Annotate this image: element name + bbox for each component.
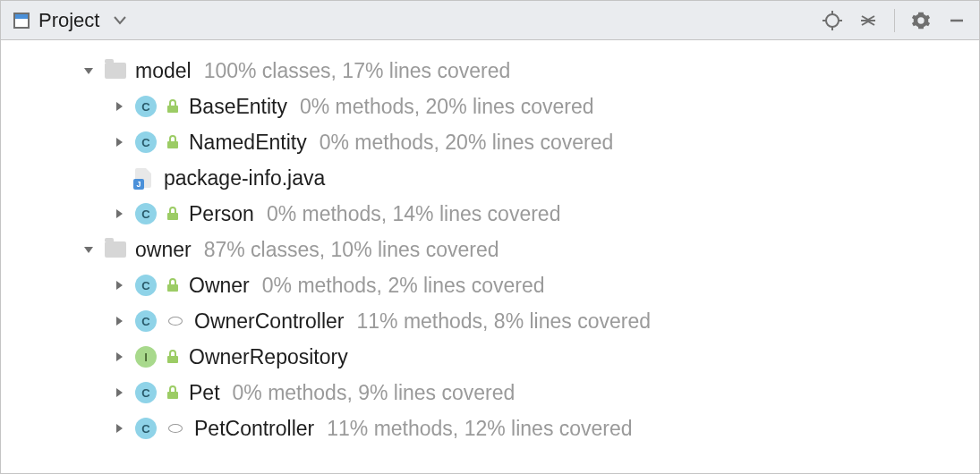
lock-icon <box>166 135 180 149</box>
tree-row-class-pet[interactable]: CPet0% methods, 9% lines covered <box>1 375 979 411</box>
coverage-text: 100% classes, 17% lines covered <box>204 61 511 81</box>
project-view-icon <box>13 13 30 29</box>
class-icon: C <box>135 418 157 439</box>
chevron-right-icon[interactable] <box>112 135 126 149</box>
gear-icon[interactable] <box>908 7 934 34</box>
class-icon: C <box>135 275 157 296</box>
tree-row-class-petcontroller[interactable]: CPetController11% methods, 12% lines cov… <box>1 411 979 446</box>
panel-title[interactable]: Project <box>38 9 99 32</box>
minimize-icon[interactable] <box>943 7 970 34</box>
tree-row-class-ownercontroller[interactable]: COwnerController11% methods, 8% lines co… <box>1 303 979 339</box>
node-label: Person <box>189 204 254 224</box>
tree-row-class-ownerrepository[interactable]: IOwnerRepository <box>1 339 979 375</box>
lock-icon <box>166 99 180 114</box>
svg-point-0 <box>826 14 839 27</box>
svg-rect-11 <box>167 356 178 363</box>
folder-icon <box>105 241 126 258</box>
svg-rect-9 <box>167 213 178 220</box>
class-icon: C <box>135 131 157 153</box>
chevron-right-icon[interactable] <box>112 99 126 114</box>
toolbar-separator <box>894 9 895 32</box>
svg-rect-10 <box>167 284 178 292</box>
node-label: PetController <box>194 419 314 439</box>
coverage-text: 0% methods, 2% lines covered <box>262 275 545 296</box>
coverage-text: 11% methods, 8% lines covered <box>356 311 651 332</box>
svg-rect-8 <box>167 141 178 148</box>
node-label: Pet <box>189 383 220 403</box>
chevron-right-icon[interactable] <box>112 350 126 364</box>
lock-icon <box>166 350 180 364</box>
chevron-right-icon[interactable] <box>112 314 126 328</box>
chevron-right-icon[interactable] <box>112 421 126 436</box>
lock-icon <box>166 278 180 292</box>
node-label: OwnerRepository <box>189 347 348 368</box>
coverage-text: 0% methods, 9% lines covered <box>233 383 516 403</box>
chevron-down-icon[interactable] <box>81 242 96 257</box>
lock-icon <box>166 385 180 400</box>
tree-row-pkg-owner[interactable]: owner87% classes, 10% lines covered <box>1 232 979 267</box>
tree-row-pkg-model[interactable]: model100% classes, 17% lines covered <box>1 53 979 89</box>
node-label: OwnerController <box>194 311 344 332</box>
node-label: owner <box>135 240 192 260</box>
interface-icon: I <box>135 346 157 368</box>
node-label: Owner <box>189 275 250 296</box>
java-file-icon: J <box>135 168 155 188</box>
panel-titlebar: Project <box>1 1 979 40</box>
class-icon: C <box>135 203 157 224</box>
chevron-right-icon[interactable] <box>112 385 126 400</box>
svg-rect-12 <box>167 392 178 399</box>
tree-row-file-package-info[interactable]: Jpackage-info.java <box>1 160 979 196</box>
tree-row-class-person[interactable]: CPerson0% methods, 14% lines covered <box>1 196 979 232</box>
node-label: NamedEntity <box>189 132 307 153</box>
chevron-right-icon[interactable] <box>112 278 126 292</box>
node-label: model <box>135 61 192 81</box>
folder-icon <box>105 63 126 79</box>
node-label: BaseEntity <box>189 97 287 117</box>
collapse-all-icon[interactable] <box>855 7 882 34</box>
coverage-text: 0% methods, 14% lines covered <box>267 204 561 224</box>
coverage-text: 11% methods, 12% lines covered <box>327 419 632 439</box>
coverage-text: 87% classes, 10% lines covered <box>204 240 499 260</box>
package-private-icon <box>168 317 183 326</box>
tree-row-class-baseentity[interactable]: CBaseEntity0% methods, 20% lines covered <box>1 89 979 124</box>
view-dropdown-icon[interactable] <box>114 16 126 25</box>
chevron-right-icon[interactable] <box>112 207 126 221</box>
project-tree[interactable]: model100% classes, 17% lines coveredCBas… <box>1 40 979 455</box>
coverage-text: 0% methods, 20% lines covered <box>300 97 594 117</box>
tree-row-class-owner[interactable]: COwner0% methods, 2% lines covered <box>1 267 979 303</box>
svg-rect-7 <box>167 106 178 113</box>
lock-icon <box>166 207 180 221</box>
class-icon: C <box>135 310 157 332</box>
locate-icon[interactable] <box>819 7 846 34</box>
class-icon: C <box>135 382 157 403</box>
coverage-text: 0% methods, 20% lines covered <box>320 132 614 153</box>
node-label: package-info.java <box>164 168 325 189</box>
package-private-icon <box>168 424 183 433</box>
chevron-down-icon[interactable] <box>81 63 96 78</box>
tree-row-class-namedentity[interactable]: CNamedEntity0% methods, 20% lines covere… <box>1 124 979 160</box>
class-icon: C <box>135 96 157 117</box>
